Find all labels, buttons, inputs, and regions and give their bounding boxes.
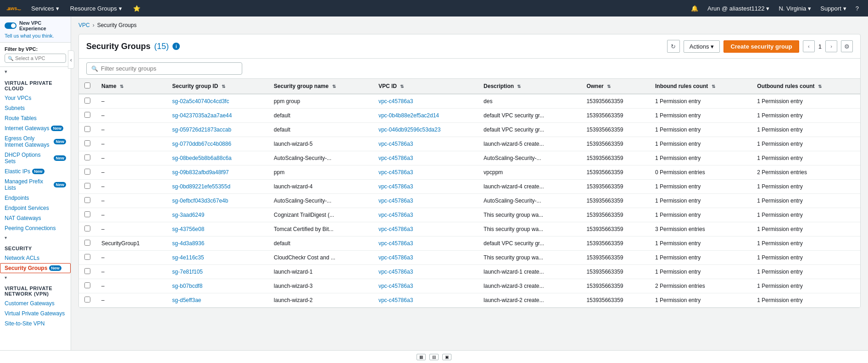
row-sg-id-7: sg-0efbcf043d3c67e4b — [167, 194, 268, 208]
row-checkbox-0[interactable] — [84, 98, 90, 104]
sidebar-item-peering[interactable]: Peering Connections — [0, 223, 71, 233]
col-description[interactable]: Description ⇅ — [478, 79, 581, 94]
support-menu[interactable]: Support ▾ — [817, 3, 850, 14]
sidebar-item-your-vpcs[interactable]: Your VPCs — [0, 93, 71, 103]
view-list-icon[interactable]: ▤ — [429, 354, 439, 360]
favorites-icon[interactable]: ⭐ — [129, 3, 144, 14]
col-name[interactable]: Name ⇅ — [96, 79, 167, 94]
sidebar-item-dhcp[interactable]: DHCP Options Sets New — [0, 150, 71, 166]
row-checkbox-4[interactable] — [84, 154, 90, 160]
region-menu[interactable]: N. Virginia ▾ — [775, 3, 815, 14]
row-checkbox-8[interactable] — [84, 211, 90, 217]
sidebar-item-subnets[interactable]: Subnets — [0, 103, 71, 113]
badge-new-egress: New — [54, 139, 66, 144]
row-inbound-0: 1 Permission entry — [650, 94, 751, 109]
row-outbound-10: 1 Permission entry — [751, 236, 860, 251]
prev-page-button[interactable]: ‹ — [803, 40, 815, 52]
panel-title: Security Groups — [86, 42, 150, 51]
search-bar: 🔍 — [79, 59, 860, 79]
row-checkbox-5[interactable] — [84, 169, 90, 175]
section-collapse-security[interactable]: ▾ — [0, 273, 71, 282]
row-inbound-4: 1 Permission entry — [650, 151, 751, 165]
vpc-filter-input[interactable] — [15, 55, 63, 61]
sidebar-item-network-acls[interactable]: Network ACLs — [0, 253, 71, 263]
col-sg-id[interactable]: Security group ID ⇅ — [167, 79, 268, 94]
row-desc-2: default VPC security gr... — [478, 123, 581, 137]
row-name-11: – — [96, 251, 167, 265]
row-checkbox-12[interactable] — [84, 268, 90, 274]
resource-groups-menu[interactable]: Resource Groups ▾ — [67, 3, 126, 14]
sidebar-collapse-arrow[interactable]: ▾ — [0, 67, 71, 77]
table-row: – sg-7e81f105 launch-wizard-1 vpc-c45786… — [79, 265, 860, 279]
create-security-group-button[interactable]: Create security group — [723, 40, 799, 53]
bell-icon[interactable]: 🔔 — [687, 3, 702, 14]
row-name-10: SecurityGroup1 — [96, 236, 167, 251]
row-sg-name-2: default — [268, 123, 373, 137]
sidebar-item-route-tables[interactable]: Route Tables — [0, 113, 71, 123]
row-checkbox-11[interactable] — [84, 254, 90, 260]
col-inbound[interactable]: Inbound rules count ⇅ — [650, 79, 751, 94]
row-checkbox-10[interactable] — [84, 240, 90, 246]
sidebar-section-security: SECURITY — [0, 242, 71, 253]
services-menu[interactable]: Services ▾ — [28, 3, 63, 14]
actions-button[interactable]: Actions ▾ — [684, 40, 720, 53]
row-name-2: – — [96, 123, 167, 137]
sidebar-item-elastic-ips[interactable]: Elastic IPs New — [0, 166, 71, 176]
vpc-experience-link[interactable]: Tell us what you think. — [5, 33, 54, 38]
table-row: – sg-04237035a2aa7ae44 default vpc-0b4b8… — [79, 109, 860, 123]
row-checkbox-14[interactable] — [84, 297, 90, 302]
section-collapse-vpc[interactable]: ▾ — [0, 233, 71, 242]
row-sg-id-0: sg-02a5c40740c4cd3fc — [167, 94, 268, 109]
sidebar-item-endpoint-services[interactable]: Endpoint Services — [0, 203, 71, 213]
user-menu[interactable]: Arun @ aliastest1122 ▾ — [704, 3, 773, 14]
sidebar-item-nat-gateways[interactable]: NAT Gateways — [0, 213, 71, 223]
row-vpc-id-2: vpc-046db92596c53da23 — [373, 123, 478, 137]
col-sg-name[interactable]: Security group name ⇅ — [268, 79, 373, 94]
row-checkbox-7[interactable] — [84, 197, 90, 203]
row-checkbox-1[interactable] — [84, 112, 90, 118]
row-vpc-id-4: vpc-c45786a3 — [373, 151, 478, 165]
row-vpc-id-13: vpc-c45786a3 — [373, 279, 478, 293]
table-settings-button[interactable]: ⚙ — [841, 40, 853, 52]
row-checkbox-3[interactable] — [84, 140, 90, 146]
sidebar-item-vpn-gateways[interactable]: Virtual Private Gateways — [0, 308, 71, 319]
sidebar-item-internet-gateways[interactable]: Internet Gateways New — [0, 123, 71, 133]
row-inbound-3: 1 Permission entry — [650, 137, 751, 151]
vpc-experience-banner: New VPC Experience Tell us what you thin… — [0, 16, 71, 43]
aws-logo[interactable]: aws — [6, 3, 22, 13]
sidebar-item-customer-gateways[interactable]: Customer Gateways — [0, 298, 71, 308]
row-sg-name-14: launch-wizard-2 — [268, 293, 373, 308]
refresh-button[interactable]: ↻ — [667, 40, 680, 53]
page-number: 1 — [817, 43, 823, 50]
badge-new-sg: New — [49, 265, 61, 271]
search-input[interactable] — [101, 65, 237, 72]
row-checkbox-2[interactable] — [84, 126, 90, 132]
sidebar-toggle-button[interactable]: ‹ — [68, 50, 74, 69]
breadcrumb-vpc[interactable]: VPC — [78, 22, 90, 28]
select-all-checkbox[interactable] — [84, 82, 90, 88]
sidebar-item-endpoints[interactable]: Endpoints — [0, 193, 71, 203]
col-owner[interactable]: Owner ⇅ — [581, 79, 650, 94]
row-checkbox-cell — [79, 123, 96, 137]
sidebar-item-egress-gateways[interactable]: Egress Only Internet Gateways New — [0, 133, 71, 150]
table-row: – sg-08bede5b8b6a88c6a AutoScaling-Secur… — [79, 151, 860, 165]
sidebar-item-security-groups[interactable]: Security Groups New — [0, 263, 71, 273]
row-outbound-12: 1 Permission entry — [751, 265, 860, 279]
col-outbound[interactable]: Outbound rules count ⇅ — [751, 79, 860, 94]
help-icon[interactable]: ? — [852, 3, 862, 14]
sidebar-item-prefix-lists[interactable]: Managed Prefix Lists New — [0, 176, 71, 193]
row-checkbox-13[interactable] — [84, 282, 90, 288]
row-sg-id-1: sg-04237035a2aa7ae44 — [167, 109, 268, 123]
col-vpc-id[interactable]: VPC ID ⇅ — [373, 79, 478, 94]
row-checkbox-9[interactable] — [84, 226, 90, 231]
row-outbound-7: 1 Permission entry — [751, 194, 860, 208]
row-sg-name-0: ppm group — [268, 94, 373, 109]
row-checkbox-6[interactable] — [84, 183, 90, 189]
vpc-experience-toggle[interactable] — [5, 22, 17, 29]
table-row: – sg-0efbcf043d3c67e4b AutoScaling-Secur… — [79, 194, 860, 208]
sidebar-item-site-to-site[interactable]: Site-to-Site VPN — [0, 319, 71, 329]
next-page-button[interactable]: › — [825, 40, 837, 52]
view-split-icon[interactable]: ▦ — [417, 354, 426, 360]
view-grid-icon[interactable]: ▣ — [442, 354, 451, 360]
panel-info-button[interactable]: i — [172, 43, 180, 50]
